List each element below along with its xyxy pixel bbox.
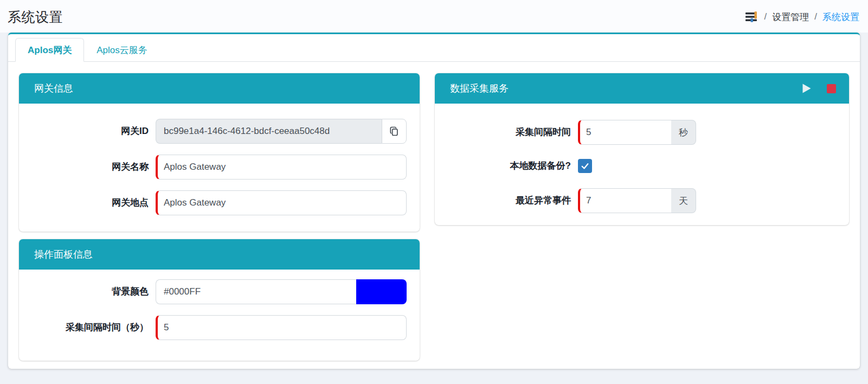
collect-interval-seconds-label: 采集间隔时间（秒） [32,322,156,333]
collect-interval-row: 采集间隔时间 秒 [448,120,836,145]
ops-panel-info-panel: 操作面板信息 背景颜色 采集间隔时间（秒） [19,239,420,361]
gateway-id-input[interactable] [156,119,382,144]
collect-interval-label: 采集间隔时间 [448,126,578,138]
right-column: 数据采集服务 [435,73,849,368]
breadcrumb: / 设置管理 / 系统设置 [744,10,859,23]
days-unit-addon: 天 [671,188,696,213]
gateway-name-label: 网关名称 [32,161,156,172]
gateway-id-row: 网关ID [32,119,407,144]
page-title: 系统设置 [8,8,63,26]
collect-interval-input[interactable] [578,120,671,145]
copy-button[interactable] [382,119,407,144]
background-color-input[interactable] [156,279,356,304]
tab-content: 网关信息 网关ID [8,62,860,379]
local-backup-row: 本地数据备份? [448,159,836,173]
sliders-icon[interactable] [744,10,759,23]
gateway-name-input[interactable] [156,155,407,180]
tab-aplos-gateway[interactable]: Aplos网关 [15,38,84,62]
start-service-button[interactable] [801,82,812,94]
gateway-info-panel: 网关信息 网关ID [19,73,420,232]
data-collection-actions [801,82,836,94]
background-color-label: 背景颜色 [32,286,156,297]
gateway-id-group [156,119,407,144]
collect-interval-seconds-row: 采集间隔时间（秒） [32,315,407,340]
data-collection-body: 采集间隔时间 秒 本地数据备份? [435,104,849,225]
ops-panel-info-body: 背景颜色 采集间隔时间（秒） [19,270,420,361]
local-backup-checkbox[interactable] [578,159,592,173]
page: 系统设置 / 设置管理 / 系统设置 Aplos网关 Aplos云服务 [0,0,868,369]
collect-interval-group: 秒 [578,120,696,145]
gateway-id-label: 网关ID [32,125,156,137]
color-swatch[interactable] [356,279,407,304]
content-header: 系统设置 / 设置管理 / 系统设置 [0,0,868,33]
tab-bar: Aplos网关 Aplos云服务 [8,34,860,62]
gateway-name-row: 网关名称 [32,155,407,180]
gateway-info-body: 网关ID [19,104,420,232]
gateway-info-title: 网关信息 [34,82,73,95]
gateway-location-row: 网关地点 [32,190,407,215]
play-icon [801,82,812,94]
gateway-name-control [156,155,407,180]
local-backup-control [578,159,836,173]
breadcrumb-item-system-settings[interactable]: 系统设置 [822,11,859,23]
collect-interval-seconds-control [156,315,407,340]
left-column: 网关信息 网关ID [19,73,420,368]
gateway-location-control [156,190,407,215]
data-collection-header: 数据采集服务 [435,73,849,104]
background-color-group [156,279,407,304]
tab-aplos-cloud[interactable]: Aplos云服务 [84,38,160,62]
ops-panel-info-header: 操作面板信息 [19,239,420,270]
settings-card: Aplos网关 Aplos云服务 网关信息 网关ID [8,33,860,369]
seconds-unit-addon: 秒 [671,120,696,145]
recent-anomaly-input[interactable] [578,188,671,213]
gateway-info-header: 网关信息 [19,73,420,104]
stop-icon [827,84,836,93]
recent-anomaly-row: 最近异常事件 天 [448,188,836,213]
breadcrumb-separator: / [814,11,817,22]
local-backup-label: 本地数据备份? [448,160,578,171]
check-icon [580,161,590,171]
stop-service-button[interactable] [827,84,836,93]
ops-panel-info-title: 操作面板信息 [34,248,93,261]
breadcrumb-separator: / [764,11,767,22]
data-collection-title: 数据采集服务 [450,82,509,95]
data-collection-panel: 数据采集服务 [435,73,849,225]
gateway-location-input[interactable] [156,190,407,215]
background-color-row: 背景颜色 [32,279,407,304]
breadcrumb-item-settings-management[interactable]: 设置管理 [772,11,809,23]
copy-icon [389,126,400,137]
recent-anomaly-label: 最近异常事件 [448,195,578,206]
collect-interval-seconds-input[interactable] [156,315,407,340]
recent-anomaly-group: 天 [578,188,696,213]
gateway-location-label: 网关地点 [32,197,156,208]
